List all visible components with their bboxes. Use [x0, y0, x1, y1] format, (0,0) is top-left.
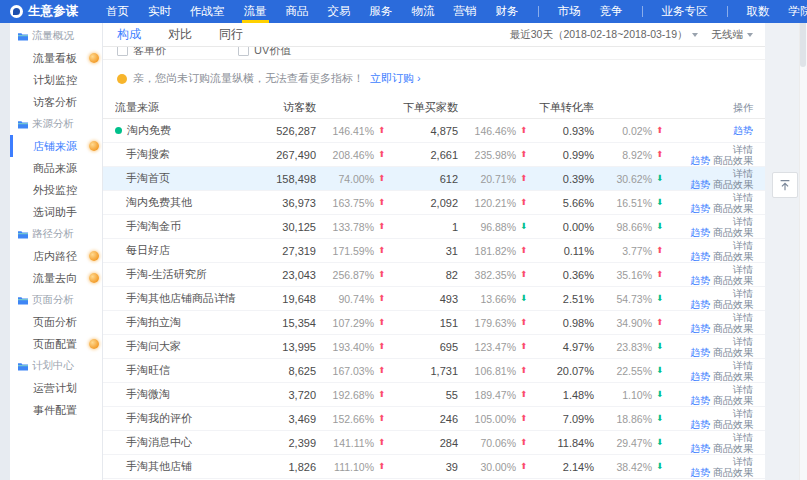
item-effect-link[interactable]: 商品效果 — [713, 443, 753, 454]
nav-item-3[interactable]: 流量 — [244, 0, 267, 23]
trend-link[interactable]: 趋势 — [690, 251, 710, 262]
nav-item-16[interactable]: 取数 — [747, 0, 770, 23]
item-effect-link[interactable]: 商品效果 — [713, 467, 753, 478]
detail-link[interactable]: 详情 — [733, 192, 753, 203]
item-effect-link[interactable]: 商品效果 — [713, 347, 753, 358]
buyers-cell: 31181.82% — [385, 245, 527, 257]
trend-link[interactable]: 趋势 — [690, 443, 710, 454]
sidebar-item-1-3[interactable]: 选词助手 — [10, 201, 102, 223]
detail-link[interactable]: 详情 — [733, 312, 753, 323]
sidebar-item-1-1[interactable]: 商品来源 — [10, 157, 102, 179]
source-name-cell[interactable]: 手淘淘金币 — [115, 219, 253, 234]
sidebar-item-3-1[interactable]: 页面配置 — [10, 333, 102, 355]
detail-link[interactable]: 详情 — [733, 456, 753, 467]
trend-link[interactable]: 趋势 — [690, 155, 710, 166]
checkbox-uv-value[interactable]: UV价值 — [238, 47, 291, 58]
tab-compare[interactable]: 对比 — [168, 26, 192, 43]
nav-item-5[interactable]: 交易 — [328, 0, 351, 23]
nav-item-2[interactable]: 作战室 — [190, 0, 225, 23]
source-name-cell[interactable]: 手淘其他店铺 — [115, 459, 253, 474]
source-name-cell[interactable]: 手淘其他店铺商品详情 — [115, 291, 253, 306]
trend-link[interactable]: 趋势 — [690, 323, 710, 334]
trend-link[interactable]: 趋势 — [690, 203, 710, 214]
date-range-select[interactable]: 最近30天（2018-02-18~2018-03-19） — [510, 28, 698, 42]
source-name-cell[interactable]: 手淘我的评价 — [115, 411, 253, 426]
sidebar-item-1-2[interactable]: 外投监控 — [10, 179, 102, 201]
item-effect-link[interactable]: 商品效果 — [713, 251, 753, 262]
checkbox-customer-price[interactable]: 客单价 — [117, 47, 166, 58]
source-name-cell[interactable]: 每日好店 — [115, 243, 253, 258]
page-scrollbar[interactable] — [799, 0, 807, 480]
sidebar-item-4-0[interactable]: 运营计划 — [10, 377, 102, 399]
nav-item-14[interactable]: 业务专区 — [662, 0, 708, 23]
source-name-cell[interactable]: 手淘消息中心 — [115, 435, 253, 450]
sidebar-item-3-0[interactable]: 页面分析 — [10, 311, 102, 333]
subscribe-link[interactable]: 立即订购 › — [370, 71, 421, 86]
nav-item-6[interactable]: 服务 — [370, 0, 393, 23]
terminal-select[interactable]: 无线端 — [712, 28, 754, 42]
col-header-ops: 操作 — [663, 102, 753, 113]
tab-peers[interactable]: 同行 — [219, 26, 243, 43]
item-effect-link[interactable]: 商品效果 — [713, 323, 753, 334]
app-logo[interactable]: 生意参谋 — [10, 3, 78, 20]
sidebar-item-0-1[interactable]: 计划监控 — [10, 69, 102, 91]
conversion-change: 35.16% — [598, 269, 652, 281]
trend-link[interactable]: 趋势 — [690, 275, 710, 286]
trend-link[interactable]: 趋势 — [690, 227, 710, 238]
detail-link[interactable]: 详情 — [733, 432, 753, 443]
trend-link[interactable]: 趋势 — [690, 371, 710, 382]
detail-link[interactable]: 详情 — [733, 168, 753, 179]
item-effect-link[interactable]: 商品效果 — [713, 395, 753, 406]
source-name-cell[interactable]: 手淘拍立淘 — [115, 315, 253, 330]
trend-link[interactable]: 趋势 — [690, 299, 710, 310]
item-effect-link[interactable]: 商品效果 — [713, 275, 753, 286]
item-effect-link[interactable]: 商品效果 — [713, 203, 753, 214]
trend-link[interactable]: 趋势 — [733, 125, 753, 136]
nav-item-0[interactable]: 首页 — [106, 0, 129, 23]
source-name-cell[interactable]: 手淘-生活研究所 — [115, 267, 253, 282]
detail-link[interactable]: 详情 — [733, 288, 753, 299]
nav-item-8[interactable]: 营销 — [454, 0, 477, 23]
detail-link[interactable]: 详情 — [733, 264, 753, 275]
detail-link[interactable]: 详情 — [733, 408, 753, 419]
item-effect-link[interactable]: 商品效果 — [713, 227, 753, 238]
back-to-top-button[interactable] — [772, 172, 798, 198]
source-name-cell[interactable]: 淘内免费 — [115, 123, 253, 138]
item-effect-link[interactable]: 商品效果 — [713, 419, 753, 430]
detail-link[interactable]: 详情 — [733, 240, 753, 251]
nav-item-7[interactable]: 物流 — [412, 0, 435, 23]
source-name-cell[interactable]: 淘内免费其他 — [115, 195, 253, 210]
trend-link[interactable]: 趋势 — [690, 395, 710, 406]
nav-item-9[interactable]: 财务 — [496, 0, 519, 23]
source-name-cell[interactable]: 手淘旺信 — [115, 363, 253, 378]
sidebar-item-4-1[interactable]: 事件配置 — [10, 399, 102, 421]
trend-link[interactable]: 趋势 — [690, 419, 710, 430]
sidebar-item-2-1[interactable]: 流量去向 — [10, 267, 102, 289]
sidebar-item-2-0[interactable]: 店内路径 — [10, 245, 102, 267]
source-name-cell[interactable]: 手淘问大家 — [115, 339, 253, 354]
trend-link[interactable]: 趋势 — [690, 347, 710, 358]
nav-item-11[interactable]: 市场 — [558, 0, 581, 23]
source-name-cell[interactable]: 手淘搜索 — [115, 147, 253, 162]
nav-item-17[interactable]: 学院 — [789, 0, 807, 23]
sidebar-item-0-2[interactable]: 访客分析 — [10, 91, 102, 113]
item-effect-link[interactable]: 商品效果 — [713, 155, 753, 166]
sidebar-item-0-0[interactable]: 流量看板 — [10, 47, 102, 69]
detail-link[interactable]: 详情 — [733, 144, 753, 155]
trend-link[interactable]: 趋势 — [690, 467, 710, 478]
detail-link[interactable]: 详情 — [733, 360, 753, 371]
item-effect-link[interactable]: 商品效果 — [713, 371, 753, 382]
nav-item-12[interactable]: 竞争 — [600, 0, 623, 23]
item-effect-link[interactable]: 商品效果 — [713, 179, 753, 190]
detail-link[interactable]: 详情 — [733, 336, 753, 347]
source-name-cell[interactable]: 手淘首页 — [115, 171, 253, 186]
sidebar-item-1-0[interactable]: 店铺来源 — [10, 135, 102, 157]
detail-link[interactable]: 详情 — [733, 216, 753, 227]
trend-link[interactable]: 趋势 — [690, 179, 710, 190]
nav-item-1[interactable]: 实时 — [148, 0, 171, 23]
source-name-cell[interactable]: 手淘微淘 — [115, 387, 253, 402]
detail-link[interactable]: 详情 — [733, 384, 753, 395]
item-effect-link[interactable]: 商品效果 — [713, 299, 753, 310]
tab-composition[interactable]: 构成 — [117, 26, 141, 43]
nav-item-4[interactable]: 商品 — [286, 0, 309, 23]
